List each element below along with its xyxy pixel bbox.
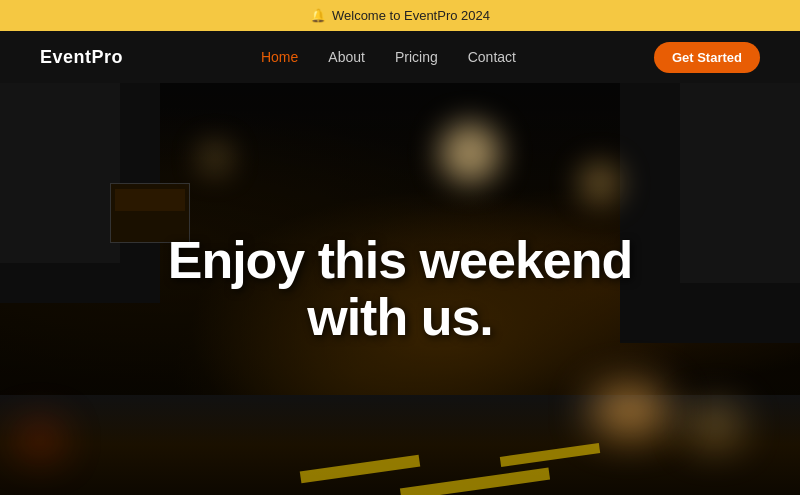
- nav-link-pricing[interactable]: Pricing: [395, 49, 438, 65]
- street: [0, 395, 800, 495]
- bell-icon: 🔔: [310, 8, 326, 23]
- hero-content: Enjoy this weekend with us.: [168, 232, 633, 346]
- navbar: EventPro Home About Pricing Contact Get …: [0, 31, 800, 83]
- hero-heading: Enjoy this weekend with us.: [168, 232, 633, 346]
- nav-item-contact[interactable]: Contact: [468, 48, 516, 66]
- announcement-text: Welcome to EventPro 2024: [332, 8, 490, 23]
- nav-item-home[interactable]: Home: [261, 48, 298, 66]
- hero-section: Enjoy this weekend with us.: [0, 83, 800, 495]
- logo: EventPro: [40, 47, 123, 68]
- hero-heading-line1: Enjoy this weekend: [168, 231, 633, 289]
- nav-item-about[interactable]: About: [328, 48, 365, 66]
- nav-links: Home About Pricing Contact: [261, 48, 516, 66]
- get-started-button[interactable]: Get Started: [654, 42, 760, 73]
- announcement-bar: 🔔 Welcome to EventPro 2024: [0, 0, 800, 31]
- nav-link-about[interactable]: About: [328, 49, 365, 65]
- nav-link-contact[interactable]: Contact: [468, 49, 516, 65]
- nav-item-pricing[interactable]: Pricing: [395, 48, 438, 66]
- nav-link-home[interactable]: Home: [261, 49, 298, 65]
- hero-heading-line2: with us.: [307, 288, 493, 346]
